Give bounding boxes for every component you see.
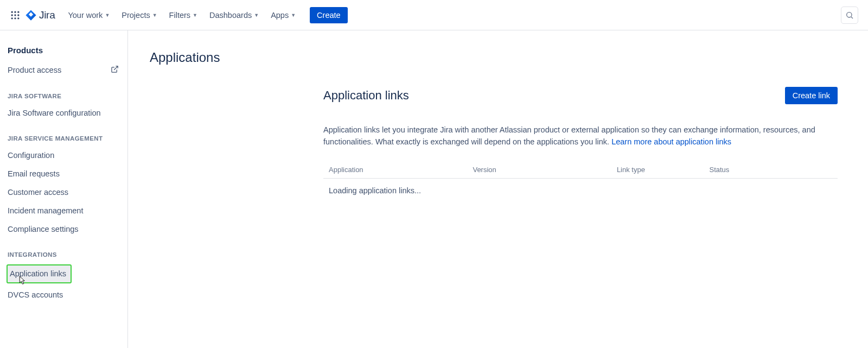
- sidebar-customer-access[interactable]: Customer access: [7, 183, 122, 201]
- th-application: Application: [323, 161, 467, 179]
- sidebar: Products Product access JIRA SOFTWARE Ji…: [0, 30, 128, 348]
- chevron-down-icon: ▼: [291, 12, 296, 18]
- nav-your-work[interactable]: Your work▼: [62, 8, 115, 23]
- sidebar-product-access[interactable]: Product access: [7, 60, 122, 80]
- top-nav: Jira Your work▼ Projects▼ Filters▼ Dashb…: [0, 0, 868, 30]
- sidebar-heading: Products: [7, 46, 122, 60]
- sidebar-compliance-settings[interactable]: Compliance settings: [7, 220, 122, 238]
- th-version: Version: [467, 161, 611, 179]
- svg-point-8: [17, 17, 19, 19]
- svg-point-4: [14, 14, 16, 16]
- chevron-down-icon: ▼: [193, 12, 197, 18]
- app-switcher-icon[interactable]: [7, 7, 24, 24]
- create-button[interactable]: Create: [310, 7, 348, 23]
- th-link-type: Link type: [611, 161, 704, 179]
- section-title: Application links: [323, 88, 409, 103]
- sidebar-group-jira-software: JIRA SOFTWARE: [7, 80, 122, 104]
- svg-point-2: [17, 11, 19, 12]
- sidebar-application-links[interactable]: Application links: [7, 264, 72, 283]
- chevron-down-icon: ▼: [254, 12, 259, 18]
- chevron-down-icon: ▼: [105, 12, 110, 18]
- table-row: Loading application links...: [323, 178, 838, 203]
- svg-line-10: [851, 17, 853, 18]
- svg-point-7: [14, 17, 16, 19]
- external-link-icon: [111, 65, 119, 75]
- main-content: Applications Application links Create li…: [128, 30, 868, 348]
- product-name: Jira: [39, 9, 55, 21]
- nav-apps[interactable]: Apps▼: [265, 8, 301, 23]
- sidebar-email-requests[interactable]: Email requests: [7, 164, 122, 183]
- search-icon[interactable]: [841, 7, 858, 24]
- jira-logo[interactable]: Jira: [25, 9, 55, 21]
- create-link-button[interactable]: Create link: [785, 87, 838, 104]
- loading-text: Loading application links...: [323, 178, 838, 203]
- page-title: Applications: [150, 50, 843, 65]
- svg-point-5: [17, 14, 19, 16]
- th-status: Status: [704, 161, 838, 179]
- sidebar-dvcs-accounts[interactable]: DVCS accounts: [7, 286, 122, 304]
- svg-point-0: [11, 11, 13, 12]
- sidebar-configuration[interactable]: Configuration: [7, 146, 122, 164]
- nav-items: Your work▼ Projects▼ Filters▼ Dashboards…: [62, 7, 347, 23]
- svg-point-1: [14, 11, 16, 12]
- svg-point-3: [11, 14, 13, 16]
- sidebar-incident-management[interactable]: Incident management: [7, 201, 122, 220]
- nav-projects[interactable]: Projects▼: [116, 8, 162, 23]
- chevron-down-icon: ▼: [152, 12, 157, 18]
- sidebar-group-integrations: INTEGRATIONS: [7, 238, 122, 262]
- learn-more-link[interactable]: Learn more about application links: [611, 137, 731, 146]
- app-links-table: Application Version Link type Status Loa…: [323, 161, 838, 203]
- sidebar-jira-software-config[interactable]: Jira Software configuration: [7, 104, 122, 122]
- svg-point-9: [847, 12, 852, 17]
- sidebar-group-jsm: JIRA SERVICE MANAGEMENT: [7, 122, 122, 146]
- nav-filters[interactable]: Filters▼: [164, 8, 203, 23]
- svg-line-11: [114, 66, 118, 70]
- svg-point-6: [11, 17, 13, 19]
- section-description: Application links let you integrate Jira…: [323, 124, 822, 148]
- nav-dashboards[interactable]: Dashboards▼: [204, 8, 264, 23]
